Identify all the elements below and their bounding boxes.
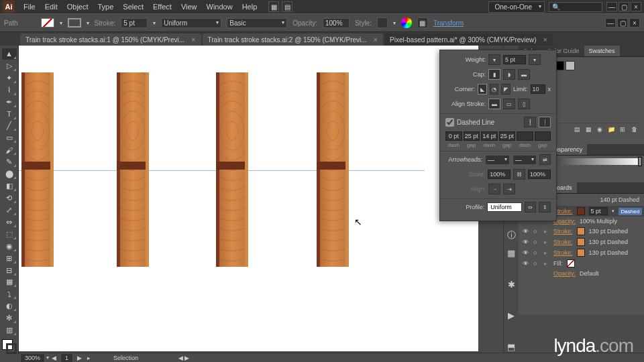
align-center-button[interactable]: ▬ [488,99,500,109]
actions-play-icon[interactable]: ▶ [504,308,519,322]
scale-tool[interactable]: ⤢ [2,204,17,216]
close-icon[interactable]: × [543,36,547,44]
swatch-libraries-icon[interactable]: ▤ [572,125,582,133]
menu-effect[interactable]: Effect [148,3,176,11]
menu-window[interactable]: Window [202,3,237,11]
gap-3-input[interactable] [535,131,551,141]
menu-view[interactable]: View [176,3,202,11]
close-icon[interactable]: × [374,36,378,44]
new-swatch-icon[interactable]: ⊞ [618,125,627,133]
cap-butt-button[interactable]: ▮ [488,69,500,80]
expand-icon[interactable]: ▸ [544,228,549,235]
brush-select[interactable]: Basic [227,18,287,28]
swatch-kinds-icon[interactable]: ▦ [584,125,593,133]
visibility-toggle-icon[interactable]: 👁 [521,249,529,256]
target-toggle-icon[interactable]: ○ [533,249,540,256]
tab-swatches[interactable]: Swatches [584,46,620,56]
rectangle-tool[interactable]: ▭ [2,132,17,143]
workspace-switcher[interactable]: One-on-One [488,1,545,13]
zoom-dropdown-icon[interactable]: ▾ [46,355,49,361]
doc-tab-1[interactable]: Train track stroke stacks.ai:1 @ 150% (C… [20,34,201,46]
dash-2-input[interactable] [481,131,498,141]
stroke-color-swatch[interactable] [577,238,585,246]
doc-minimize-button[interactable]: — [605,18,616,27]
blob-brush-tool[interactable]: ⬤ [2,168,17,180]
target-toggle-icon[interactable]: ○ [533,260,540,267]
style-swatch[interactable] [377,17,388,28]
artboard-nav-input[interactable]: 1 [60,353,73,363]
minimize-button[interactable]: — [606,2,617,11]
stepper-dropdown-icon[interactable]: ▾ [529,54,541,65]
stroke-weight-input[interactable] [121,18,148,28]
cap-round-button[interactable]: ◗ [503,69,515,80]
wood-plank-2[interactable] [117,72,149,267]
corner-miter-button[interactable]: ◣ [478,84,487,95]
gap-2-input[interactable] [499,131,516,141]
fill-none-swatch[interactable] [567,259,575,267]
wood-plank-4[interactable] [317,72,349,267]
gap-1-input[interactable] [464,131,480,141]
stroke-weight-field[interactable] [503,55,526,64]
flip-vertical-icon[interactable]: ⇕ [539,202,551,213]
stroke-color-swatch[interactable] [577,207,585,215]
appearance-row-stroke-2[interactable]: 👁○▸ Stroke: 130 pt Dashed [519,226,644,237]
stroke-color-swatch[interactable] [577,227,585,235]
appearance-stroke-weight-input[interactable] [589,207,608,215]
expand-icon[interactable]: ▸ [544,260,549,267]
dash-3-input[interactable] [517,131,533,141]
width-profile-select[interactable]: Uniform [487,202,522,212]
arrowhead-start-select[interactable]: — [485,155,510,165]
expand-icon[interactable]: ▸ [544,239,549,245]
appearance-row-opacity-default[interactable]: Opacity: Default [519,269,644,278]
recolor-artwork-icon[interactable] [401,17,412,28]
perspective-grid-tool[interactable]: ⊞ [2,253,17,264]
miter-limit-input[interactable] [531,84,545,94]
close-icon[interactable]: × [191,36,195,44]
scrollbar-right-icon[interactable]: ▶ [184,355,189,361]
line-tool[interactable]: ╱ [2,121,17,132]
stroke-swatch[interactable] [68,18,81,27]
delete-swatch-icon[interactable]: 🗑 [629,125,639,133]
swap-arrowheads-icon[interactable]: ⇄ [539,154,551,165]
selection-tool[interactable]: ▲ [2,48,17,60]
fill-stroke-selector[interactable] [2,339,17,354]
menu-type[interactable]: Type [93,3,119,11]
doc-close-button[interactable]: × [629,18,640,27]
dash-align-button[interactable]: ┊ [539,117,551,127]
info-panel-icon[interactable]: ⓘ [504,228,519,242]
appearance-row-fill[interactable]: 👁○▸ Fill: [519,258,644,269]
zoom-display[interactable]: 300% [20,353,45,363]
width-tool[interactable]: ⇔ [2,217,17,228]
canvas-area[interactable]: ↖ [19,46,503,354]
stepper-icon[interactable]: ▾ [612,208,614,214]
target-toggle-icon[interactable]: ○ [533,228,540,235]
variable-width-select[interactable]: Uniform [161,18,221,28]
swatch-gray[interactable] [566,61,575,70]
new-color-group-icon[interactable]: 📁 [606,125,616,133]
symbol-sprayer-tool[interactable]: ✻ [2,312,17,324]
rotate-tool[interactable]: ⟲ [2,192,17,204]
cap-projecting-button[interactable]: ▬ [518,69,530,80]
menu-edit[interactable]: Edit [40,3,62,11]
doc-restore-button[interactable]: ▢ [617,18,628,27]
arrange-docs-icon[interactable]: ▤ [282,1,292,12]
stroke-weight-stepper[interactable]: ▾ [153,20,156,26]
menu-help[interactable]: Help [237,3,262,11]
align-arrow-tip-button[interactable]: → [488,184,500,194]
stroke-dropdown-icon[interactable]: ▾ [87,20,89,26]
visibility-toggle-icon[interactable]: 👁 [521,239,529,245]
lasso-tool[interactable]: ⌇ [2,84,17,96]
opacity-input[interactable] [323,18,350,28]
align-arrow-end-button[interactable]: ⇥ [503,184,515,194]
appearance-row-stroke-3[interactable]: 👁○▸ Stroke: 130 pt Dashed [519,237,644,247]
stepper-down-icon[interactable]: ▾ [488,54,500,65]
eraser-tool[interactable]: ◧ [2,180,17,192]
free-transform-tool[interactable]: ⬚ [2,229,17,240]
wood-plank-3[interactable] [216,72,248,267]
visibility-toggle-icon[interactable]: 👁 [521,228,529,235]
menu-object[interactable]: Object [62,3,93,11]
transform-panel-icon[interactable]: ✱ [504,278,519,292]
mesh-tool[interactable]: ⊟ [2,265,17,276]
menu-select[interactable]: Select [118,3,148,11]
blend-tool[interactable]: ◐ [2,300,17,312]
